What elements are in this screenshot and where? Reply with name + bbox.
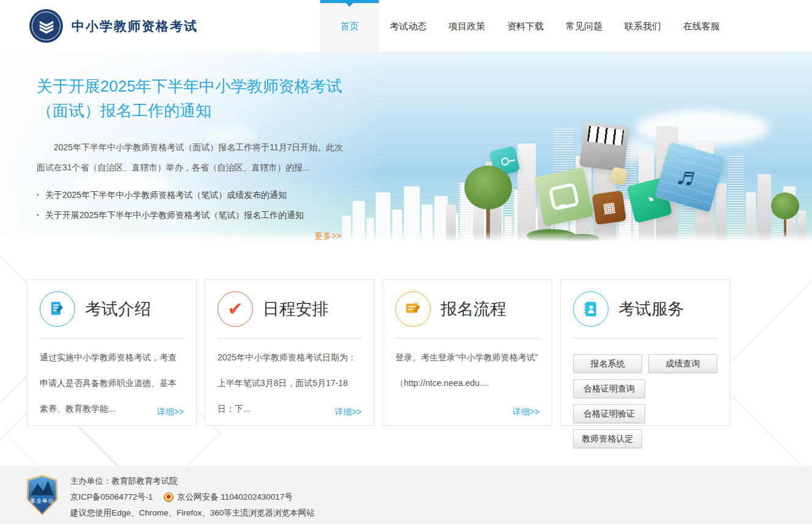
nav-item-online-service[interactable]: 在线客服 xyxy=(672,0,731,52)
nav-item-contact[interactable]: 联系我们 xyxy=(613,0,672,52)
card-exam-intro: 考试介绍 通过实施中小学教师资格考试，考查申请人是否具备教师职业道德、基本素养、… xyxy=(27,279,197,426)
detail-link[interactable]: 详细>> xyxy=(157,407,184,418)
site-title: 中小学教师资格考试 xyxy=(71,18,198,35)
certificate-query-button[interactable]: 合格证明查询 xyxy=(573,379,645,398)
main-nav: 首页 考试动态 项目政策 资料下载 常见问题 联系我们 在线客服 xyxy=(320,0,731,52)
detail-link[interactable]: 详细>> xyxy=(513,407,540,418)
announcement-summary: 2025年下半年中小学教师资格考试（面试）报名工作将于11月7日开始。此次面试在… xyxy=(37,137,351,178)
site-logo xyxy=(29,9,63,43)
announcement-title[interactable]: 关于开展2025年下半年中小学教师资格考试（面试）报名工作的通知 xyxy=(37,74,351,123)
nav-item-home[interactable]: 首页 xyxy=(320,0,379,52)
calculator-cube-icon: ▦ xyxy=(592,191,626,225)
icp-number: 京ICP备05064772号-1 xyxy=(70,489,153,505)
site-footer: 事业单位 主办单位：教育部教育考试院 京ICP备05064772号-1 京公网安… xyxy=(0,466,812,524)
nav-item-downloads[interactable]: 资料下载 xyxy=(496,0,555,52)
nav-item-exam-news[interactable]: 考试动态 xyxy=(379,0,437,52)
browser-tip: 建议您使用Edge、Chrome、Firefox、360等主流浏览器浏览本网站 xyxy=(70,505,315,521)
tree xyxy=(464,166,512,239)
card-body: 登录。考生登录“中小学教师资格考试”（http://ntce.neea.edu.… xyxy=(395,338,540,396)
form-pen-icon xyxy=(395,291,431,327)
badge-label: 事业单位 xyxy=(30,497,54,505)
brand[interactable]: 中小学教师资格考试 xyxy=(29,9,198,43)
card-title: 考试服务 xyxy=(618,298,684,320)
card-registration-process: 报名流程 登录。考生登录“中小学教师资格考试”（http://ntce.neea… xyxy=(382,279,552,426)
nav-item-faq[interactable]: 常见问题 xyxy=(555,0,613,52)
site-header: 中小学教师资格考试 首页 考试动态 项目政策 资料下载 常见问题 联系我们 在线… xyxy=(0,0,812,52)
more-link[interactable]: 更多>> xyxy=(315,231,342,241)
contact-book-icon xyxy=(573,291,609,327)
quick-cards-section: 考试介绍 通过实施中小学教师资格考试，考查申请人是否具备教师职业道德、基本素养、… xyxy=(0,247,812,466)
nav-item-policies[interactable]: 项目政策 xyxy=(437,0,496,52)
service-buttons: 报名系统 成绩查询 合格证明查询 合格证明验证 教师资格认定 xyxy=(573,338,717,448)
bottom-strip xyxy=(0,524,812,532)
detail-link[interactable]: 详细>> xyxy=(335,407,362,418)
piano-cube-icon xyxy=(579,122,629,172)
card-title: 报名流程 xyxy=(441,298,507,320)
certificate-verify-button[interactable]: 合格证明验证 xyxy=(573,404,645,423)
organizer-line: 主办单位：教育部教育考试院 xyxy=(70,473,315,489)
book-icon xyxy=(37,17,56,35)
tree xyxy=(771,192,799,236)
card-title: 考试介绍 xyxy=(85,298,151,320)
hero-banner: ▦ ◔ ♬ 关于开展2025年下半年中小学教师资格考试（面试）报名工作的通知 2… xyxy=(0,52,812,247)
public-institution-badge: 事业单位 xyxy=(27,475,57,515)
announcement-block: 关于开展2025年下半年中小学教师资格考试（面试）报名工作的通知 2025年下半… xyxy=(0,52,351,242)
teacher-qualification-button[interactable]: 教师资格认定 xyxy=(573,429,642,448)
card-exam-services: 考试服务 报名系统 成绩查询 合格证明查询 合格证明验证 教师资格认定 xyxy=(560,279,730,426)
news-link[interactable]: 关于开展2025年下半年中小学教师资格考试（笔试）报名工作的通知 xyxy=(37,205,351,225)
police-badge-icon xyxy=(164,492,174,502)
speech-bubble-cube-icon xyxy=(534,167,593,226)
document-pen-icon xyxy=(40,291,75,327)
news-link[interactable]: 关于2025年下半年中小学教师资格考试（笔试）成绩发布的通知 xyxy=(37,185,351,205)
news-list: 关于2025年下半年中小学教师资格考试（笔试）成绩发布的通知 关于开展2025年… xyxy=(37,185,351,225)
police-record-link[interactable]: 京公网安备 11040202430017号 xyxy=(177,489,293,505)
card-schedule: ✔ 日程安排 2025年中小学教师资格考试日期为：上半年笔试3月8日，面试5月1… xyxy=(205,279,375,426)
registration-system-button[interactable]: 报名系统 xyxy=(573,354,642,373)
score-query-button[interactable]: 成绩查询 xyxy=(648,354,717,373)
check-icon: ✔ xyxy=(218,291,253,327)
card-title: 日程安排 xyxy=(263,298,329,320)
